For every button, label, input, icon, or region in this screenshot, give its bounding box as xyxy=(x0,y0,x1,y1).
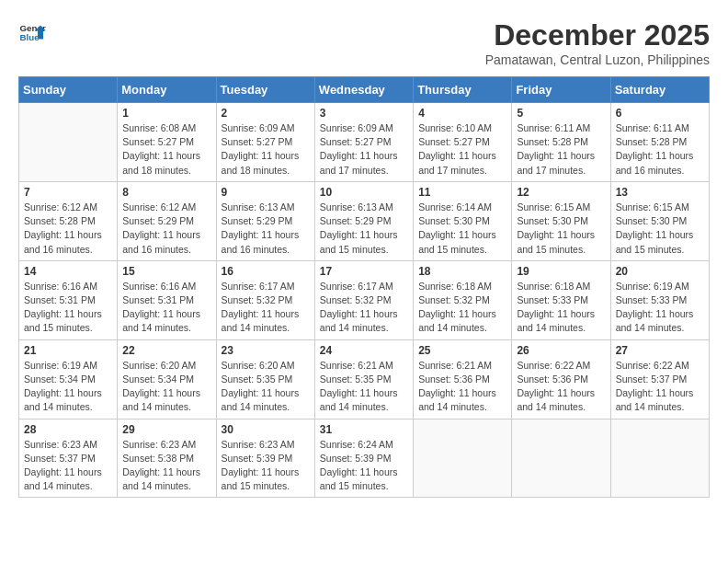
calendar-cell: 21Sunrise: 6:19 AMSunset: 5:34 PMDayligh… xyxy=(19,339,118,419)
calendar-cell: 29Sunrise: 6:23 AMSunset: 5:38 PMDayligh… xyxy=(118,419,216,498)
day-info: Sunrise: 6:08 AMSunset: 5:27 PMDaylight:… xyxy=(122,121,210,178)
day-info: Sunrise: 6:13 AMSunset: 5:29 PMDaylight:… xyxy=(320,201,408,257)
day-info: Sunrise: 6:10 AMSunset: 5:27 PMDaylight:… xyxy=(418,121,506,178)
day-info: Sunrise: 6:15 AMSunset: 5:30 PMDaylight:… xyxy=(616,201,704,257)
page-header: General Blue December 2025 Pamatawan, Ce… xyxy=(18,18,710,67)
day-info: Sunrise: 6:24 AMSunset: 5:39 PMDaylight:… xyxy=(320,438,408,494)
calendar-cell: 23Sunrise: 6:20 AMSunset: 5:35 PMDayligh… xyxy=(216,339,314,419)
day-number: 14 xyxy=(24,265,112,278)
day-number: 28 xyxy=(24,423,112,436)
month-title: December 2025 xyxy=(485,18,710,52)
weekday-header-friday: Friday xyxy=(512,77,610,103)
calendar-cell: 22Sunrise: 6:20 AMSunset: 5:34 PMDayligh… xyxy=(118,339,216,419)
day-info: Sunrise: 6:12 AMSunset: 5:28 PMDaylight:… xyxy=(24,201,112,257)
calendar-cell xyxy=(19,103,118,182)
calendar-cell: 13Sunrise: 6:15 AMSunset: 5:30 PMDayligh… xyxy=(610,181,709,260)
day-number: 9 xyxy=(222,186,310,199)
day-number: 29 xyxy=(122,423,210,436)
day-info: Sunrise: 6:22 AMSunset: 5:37 PMDaylight:… xyxy=(616,359,704,415)
weekday-header-saturday: Saturday xyxy=(610,77,709,103)
day-info: Sunrise: 6:17 AMSunset: 5:32 PMDaylight:… xyxy=(320,280,408,336)
day-number: 20 xyxy=(616,265,704,278)
logo-icon: General Blue xyxy=(18,18,46,46)
svg-text:Blue: Blue xyxy=(20,32,40,42)
calendar-cell: 17Sunrise: 6:17 AMSunset: 5:32 PMDayligh… xyxy=(314,260,413,339)
day-number: 17 xyxy=(320,265,408,278)
calendar-cell xyxy=(512,419,610,498)
day-info: Sunrise: 6:14 AMSunset: 5:30 PMDaylight:… xyxy=(418,201,506,257)
day-number: 25 xyxy=(418,344,506,357)
day-number: 6 xyxy=(616,107,704,120)
calendar-cell: 18Sunrise: 6:18 AMSunset: 5:32 PMDayligh… xyxy=(414,260,512,339)
day-number: 2 xyxy=(222,107,310,120)
day-number: 21 xyxy=(24,344,112,357)
day-info: Sunrise: 6:11 AMSunset: 5:28 PMDaylight:… xyxy=(616,121,704,178)
calendar-cell: 12Sunrise: 6:15 AMSunset: 5:30 PMDayligh… xyxy=(512,181,610,260)
weekday-header-tuesday: Tuesday xyxy=(216,77,314,103)
day-info: Sunrise: 6:09 AMSunset: 5:27 PMDaylight:… xyxy=(222,121,310,178)
day-number: 24 xyxy=(320,344,408,357)
calendar-cell: 27Sunrise: 6:22 AMSunset: 5:37 PMDayligh… xyxy=(610,339,709,419)
calendar-cell: 15Sunrise: 6:16 AMSunset: 5:31 PMDayligh… xyxy=(118,260,216,339)
day-number: 11 xyxy=(418,186,506,199)
calendar-cell: 10Sunrise: 6:13 AMSunset: 5:29 PMDayligh… xyxy=(314,181,413,260)
day-number: 26 xyxy=(517,344,605,357)
calendar-cell: 2Sunrise: 6:09 AMSunset: 5:27 PMDaylight… xyxy=(216,103,314,182)
day-info: Sunrise: 6:23 AMSunset: 5:39 PMDaylight:… xyxy=(222,438,310,494)
calendar-cell: 16Sunrise: 6:17 AMSunset: 5:32 PMDayligh… xyxy=(216,260,314,339)
day-info: Sunrise: 6:23 AMSunset: 5:37 PMDaylight:… xyxy=(24,438,112,494)
calendar-cell: 3Sunrise: 6:09 AMSunset: 5:27 PMDaylight… xyxy=(314,103,413,182)
weekday-header-wednesday: Wednesday xyxy=(314,77,413,103)
week-row-4: 21Sunrise: 6:19 AMSunset: 5:34 PMDayligh… xyxy=(19,339,710,419)
day-info: Sunrise: 6:21 AMSunset: 5:36 PMDaylight:… xyxy=(418,359,506,415)
day-number: 10 xyxy=(320,186,408,199)
day-info: Sunrise: 6:18 AMSunset: 5:33 PMDaylight:… xyxy=(517,280,605,336)
day-number: 16 xyxy=(222,265,310,278)
day-info: Sunrise: 6:18 AMSunset: 5:32 PMDaylight:… xyxy=(418,280,506,336)
calendar-cell: 4Sunrise: 6:10 AMSunset: 5:27 PMDaylight… xyxy=(414,103,512,182)
calendar-cell: 6Sunrise: 6:11 AMSunset: 5:28 PMDaylight… xyxy=(610,103,709,182)
calendar-cell: 5Sunrise: 6:11 AMSunset: 5:28 PMDaylight… xyxy=(512,103,610,182)
week-row-1: 1Sunrise: 6:08 AMSunset: 5:27 PMDaylight… xyxy=(19,103,710,182)
day-info: Sunrise: 6:20 AMSunset: 5:35 PMDaylight:… xyxy=(222,359,310,415)
day-number: 13 xyxy=(616,186,704,199)
day-info: Sunrise: 6:12 AMSunset: 5:29 PMDaylight:… xyxy=(122,201,210,257)
calendar-cell: 25Sunrise: 6:21 AMSunset: 5:36 PMDayligh… xyxy=(414,339,512,419)
day-info: Sunrise: 6:13 AMSunset: 5:29 PMDaylight:… xyxy=(222,201,310,257)
calendar-cell: 14Sunrise: 6:16 AMSunset: 5:31 PMDayligh… xyxy=(19,260,118,339)
day-number: 31 xyxy=(320,423,408,436)
calendar-cell: 28Sunrise: 6:23 AMSunset: 5:37 PMDayligh… xyxy=(19,419,118,498)
day-number: 22 xyxy=(122,344,210,357)
day-number: 15 xyxy=(122,265,210,278)
day-number: 30 xyxy=(222,423,310,436)
week-row-5: 28Sunrise: 6:23 AMSunset: 5:37 PMDayligh… xyxy=(19,419,710,498)
calendar-cell: 30Sunrise: 6:23 AMSunset: 5:39 PMDayligh… xyxy=(216,419,314,498)
day-info: Sunrise: 6:21 AMSunset: 5:35 PMDaylight:… xyxy=(320,359,408,415)
weekday-header-row: SundayMondayTuesdayWednesdayThursdayFrid… xyxy=(19,77,710,103)
day-info: Sunrise: 6:19 AMSunset: 5:34 PMDaylight:… xyxy=(24,359,112,415)
day-number: 5 xyxy=(517,107,605,120)
week-row-3: 14Sunrise: 6:16 AMSunset: 5:31 PMDayligh… xyxy=(19,260,710,339)
day-number: 7 xyxy=(24,186,112,199)
location: Pamatawan, Central Luzon, Philippines xyxy=(485,52,710,67)
day-info: Sunrise: 6:17 AMSunset: 5:32 PMDaylight:… xyxy=(222,280,310,336)
day-info: Sunrise: 6:11 AMSunset: 5:28 PMDaylight:… xyxy=(517,121,605,178)
calendar-cell: 20Sunrise: 6:19 AMSunset: 5:33 PMDayligh… xyxy=(610,260,709,339)
calendar-cell xyxy=(610,419,709,498)
title-area: December 2025 Pamatawan, Central Luzon, … xyxy=(485,18,710,67)
calendar-cell: 24Sunrise: 6:21 AMSunset: 5:35 PMDayligh… xyxy=(314,339,413,419)
day-number: 1 xyxy=(122,107,210,120)
calendar-cell: 19Sunrise: 6:18 AMSunset: 5:33 PMDayligh… xyxy=(512,260,610,339)
calendar-cell: 8Sunrise: 6:12 AMSunset: 5:29 PMDaylight… xyxy=(118,181,216,260)
weekday-header-sunday: Sunday xyxy=(19,77,118,103)
day-number: 23 xyxy=(222,344,310,357)
calendar-cell: 9Sunrise: 6:13 AMSunset: 5:29 PMDaylight… xyxy=(216,181,314,260)
day-info: Sunrise: 6:16 AMSunset: 5:31 PMDaylight:… xyxy=(24,280,112,336)
calendar-cell: 11Sunrise: 6:14 AMSunset: 5:30 PMDayligh… xyxy=(414,181,512,260)
calendar-table: SundayMondayTuesdayWednesdayThursdayFrid… xyxy=(18,76,710,498)
calendar-cell xyxy=(414,419,512,498)
calendar-cell: 7Sunrise: 6:12 AMSunset: 5:28 PMDaylight… xyxy=(19,181,118,260)
week-row-2: 7Sunrise: 6:12 AMSunset: 5:28 PMDaylight… xyxy=(19,181,710,260)
day-number: 27 xyxy=(616,344,704,357)
day-number: 3 xyxy=(320,107,408,120)
